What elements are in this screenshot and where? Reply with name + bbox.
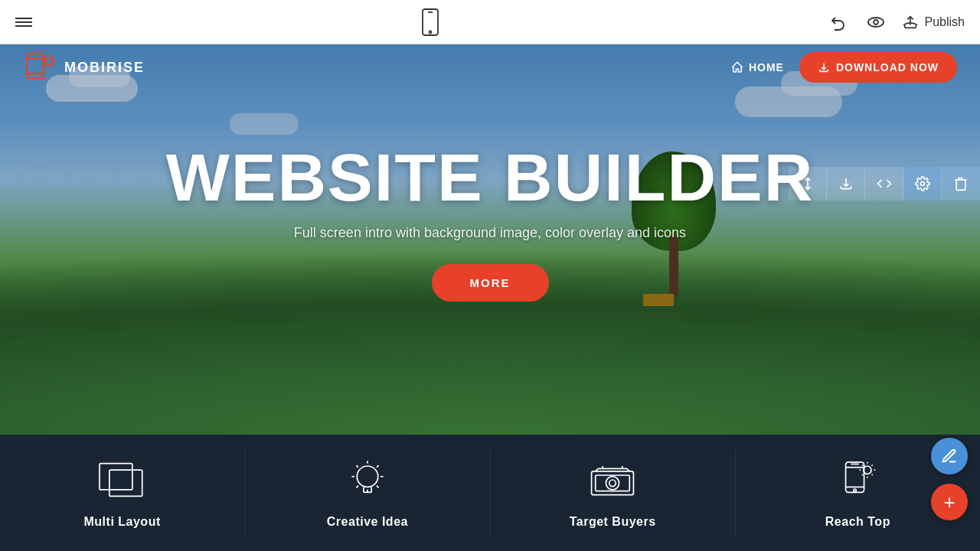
multi-layout-icon [96,457,149,506]
svg-line-55 [862,465,863,465]
home-label: HOME [749,61,784,73]
svg-rect-22 [100,464,132,490]
block-settings-button[interactable] [903,167,942,201]
block-move-button[interactable] [789,167,827,201]
publish-label: Publish [925,15,965,29]
preview-button[interactable] [865,11,887,33]
svg-rect-6 [27,54,44,78]
toolbar-actions: Publish [828,11,965,33]
svg-line-30 [377,486,379,488]
svg-line-32 [356,486,358,488]
publish-button[interactable]: Publish [902,14,965,31]
nav-right: HOME DOWNLOAD NOW [730,52,957,83]
fab-add-button[interactable]: + [931,484,968,520]
svg-point-39 [609,480,616,487]
multi-layout-label: Multi Layout [84,515,161,529]
svg-rect-45 [846,462,864,492]
device-preview-phone[interactable] [420,8,441,36]
hero-section: MOBIRISE HOME DOWNLOAD NOW [0,44,980,435]
top-toolbar: Publish [0,0,980,44]
hero-title: WEBSITE BUILDER [166,144,814,211]
home-link[interactable]: HOME [730,60,784,74]
navbar: MOBIRISE HOME DOWNLOAD NOW [0,44,980,90]
svg-line-17 [44,65,46,67]
svg-point-21 [920,182,924,186]
hero-subtitle: Full screen intro with background image,… [294,225,686,241]
hamburger-line-2 [15,21,32,23]
svg-rect-23 [109,470,142,496]
svg-point-24 [357,466,377,487]
brand: MOBIRISE [23,51,145,84]
svg-point-48 [854,489,856,491]
svg-point-3 [868,18,884,27]
fab-plus-icon: + [943,491,955,514]
svg-point-9 [45,57,53,65]
svg-line-14 [44,57,46,58]
creative-idea-label: Creative Idea [327,515,408,529]
svg-point-2 [429,31,431,33]
block-code-button[interactable] [865,167,903,201]
svg-line-57 [872,465,873,465]
target-buyers-label: Target Buyers [570,515,656,529]
feature-creative-idea: Creative Idea [245,449,490,536]
download-button[interactable]: DOWNLOAD NOW [799,52,957,83]
block-editor-toolbar [789,167,980,201]
hamburger-line-3 [15,25,32,27]
brand-name: MOBIRISE [64,60,145,76]
svg-line-31 [377,465,379,468]
brand-icon [23,51,57,84]
hamburger-menu[interactable] [15,15,32,29]
creative-idea-icon [341,457,394,506]
undo-button[interactable] [828,11,850,33]
svg-rect-37 [596,475,630,491]
svg-point-38 [606,477,619,490]
download-label: DOWNLOAD NOW [836,61,939,73]
feature-target-buyers: Target Buyers [491,449,736,536]
feature-multi-layout: Multi Layout [0,449,245,536]
main-content: MOBIRISE HOME DOWNLOAD NOW [0,44,980,551]
svg-line-29 [356,465,358,468]
svg-point-4 [874,20,878,24]
block-delete-button[interactable] [942,167,980,201]
svg-line-56 [872,474,873,475]
svg-line-16 [53,57,54,58]
fab-edit-button[interactable] [931,438,968,474]
block-download-button[interactable] [827,167,865,201]
features-section: Multi Layout C [0,435,980,551]
target-buyers-icon [586,457,639,506]
hamburger-line-1 [15,18,32,19]
more-button[interactable]: MORE [432,264,549,302]
svg-line-58 [862,474,863,475]
reach-top-icon [831,457,884,506]
reach-top-label: Reach Top [825,515,890,529]
svg-line-15 [53,65,54,67]
